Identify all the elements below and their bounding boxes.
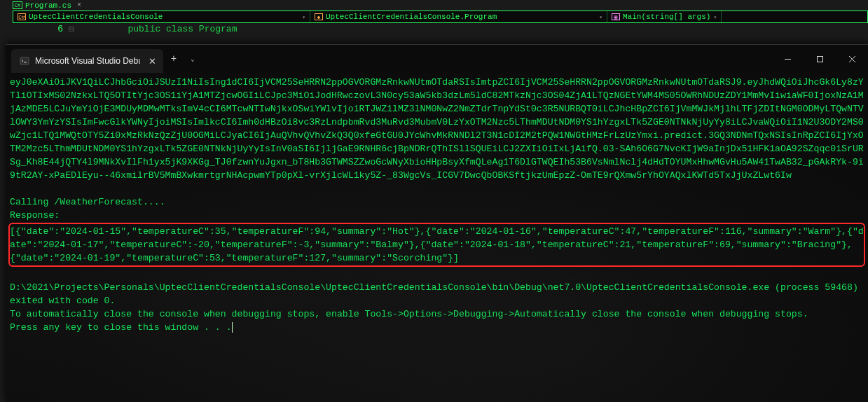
breadcrumb-method[interactable]: ▣ Main(string[] args) ▾ [607, 11, 722, 22]
response-json: [{"date":"2024-01-15","temperatureC":35,… [10, 225, 864, 265]
window-controls [771, 45, 868, 73]
chevron-down-icon[interactable]: ▾ [302, 14, 305, 20]
close-icon[interactable]: × [77, 1, 81, 9]
calling-line: Calling /WeatherForecast.... [10, 195, 864, 209]
code-editor[interactable]: 6 ⊟ public class Program [21, 24, 237, 35]
terminal-window: Microsoft Visual Studio Debu ✕ + ⌄ eyJ0e… [6, 44, 868, 402]
editor-tab[interactable]: C# Program.cs × [13, 0, 81, 11]
response-label: Response: [10, 209, 864, 222]
breadcrumb-project-label: UptecClientCredentialsConsole [29, 13, 163, 21]
terminal-tab[interactable]: Microsoft Visual Studio Debu ✕ [11, 49, 163, 73]
jwt-output: eyJ0eXAiOiJKV1QiLCJhbGciOiJSUzI1NiIsIng1… [10, 76, 864, 182]
minimize-button[interactable] [771, 45, 804, 73]
terminal-body[interactable]: eyJ0eXAiOiJKV1QiLCJhbGciOiJSUzI1NiIsIng1… [6, 73, 868, 402]
breadcrumb: C# UptecClientCredentialsConsole ▾ ◆ Upt… [13, 11, 868, 23]
class-icon: ◆ [315, 13, 323, 20]
csharp-file-icon: C# [13, 1, 22, 9]
new-tab-button[interactable]: + [163, 53, 184, 64]
svg-rect-2 [817, 56, 822, 62]
breadcrumb-project[interactable]: C# UptecClientCredentialsConsole ▾ [13, 11, 310, 22]
csharp-project-icon: C# [18, 13, 26, 20]
tab-dropdown-button[interactable]: ⌄ [184, 55, 201, 63]
blank-line [10, 182, 864, 195]
terminal-app-icon [20, 56, 29, 66]
fold-glyph[interactable]: ⊟ [69, 24, 78, 35]
terminal-tabbar: Microsoft Visual Studio Debu ✕ + ⌄ [6, 45, 868, 73]
maximize-button[interactable] [804, 45, 836, 73]
breadcrumb-class[interactable]: ◆ UptecClientCredentialsConsole.Program … [310, 11, 607, 22]
blank-line [10, 268, 864, 281]
terminal-tab-title: Microsoft Visual Studio Debu [35, 56, 140, 66]
exit-line: D:\2021\Projects\Personals\UptecClientCr… [10, 281, 864, 307]
line-number: 6 [21, 24, 63, 35]
breadcrumb-method-label: Main(string[] args) [623, 13, 710, 21]
editor-tab-label: Program.cs [25, 1, 71, 10]
text-cursor [232, 322, 233, 333]
code-line: public class Program [84, 24, 237, 35]
close-window-button[interactable] [836, 45, 868, 73]
chevron-down-icon[interactable]: ▾ [599, 14, 602, 20]
breadcrumb-class-label: UptecClientCredentialsConsole.Program [326, 13, 497, 21]
svg-rect-0 [20, 57, 29, 64]
close-icon[interactable]: ✕ [149, 56, 156, 67]
chevron-down-icon[interactable]: ▾ [713, 14, 717, 20]
press-any-key: Press any key to close this window . . . [10, 321, 864, 334]
method-icon: ▣ [612, 13, 620, 20]
response-highlight: [{"date":"2024-01-15","temperatureC":35,… [8, 223, 865, 267]
autoclose-hint: To automatically close the console when … [10, 307, 864, 321]
